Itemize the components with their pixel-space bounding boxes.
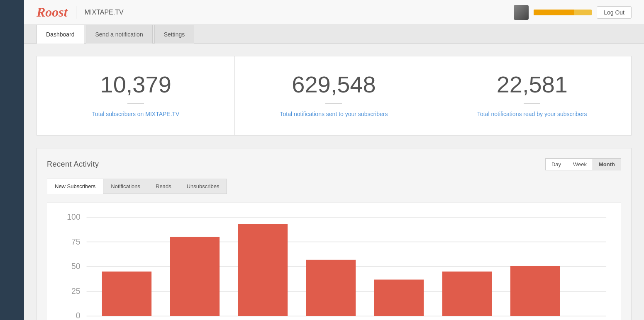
progress-bar xyxy=(534,10,592,15)
stat-card-reads: 22,581 Total notifications read by your … xyxy=(433,56,631,135)
header-right: Log Out xyxy=(514,5,632,20)
time-btn-month[interactable]: Month xyxy=(593,158,621,170)
bar-sunday xyxy=(442,272,492,316)
stat-number-subscribers: 10,379 xyxy=(49,73,222,96)
site-name: MIXTAPE.TV xyxy=(85,9,124,16)
svg-text:75: 75 xyxy=(71,237,80,246)
stat-label-reads: Total notifications read by your subscri… xyxy=(446,110,619,119)
sub-tab-unsubscribes[interactable]: Unsubscribes xyxy=(179,179,227,194)
stat-divider-3 xyxy=(524,103,540,104)
stat-number-notifications: 629,548 xyxy=(247,73,420,96)
sub-tab-notifications[interactable]: Notifications xyxy=(103,179,148,194)
header: Roost MIXTAPE.TV Log Out xyxy=(24,0,644,25)
tab-settings[interactable]: Settings xyxy=(154,25,195,44)
sub-tabs: New Subscribers Notifications Reads Unsu… xyxy=(47,179,621,194)
tab-dashboard[interactable]: Dashboard xyxy=(37,25,84,44)
content: 10,379 Total subscribers on MIXTAPE.TV 6… xyxy=(24,44,644,320)
svg-text:0: 0 xyxy=(76,311,80,320)
stat-number-reads: 22,581 xyxy=(446,73,619,96)
bar-wednesday xyxy=(170,237,220,316)
stat-card-subscribers: 10,379 Total subscribers on MIXTAPE.TV xyxy=(37,56,235,135)
header-left: Roost MIXTAPE.TV xyxy=(37,5,124,20)
sub-tab-reads[interactable]: Reads xyxy=(148,179,179,194)
svg-text:25: 25 xyxy=(71,286,80,295)
progress-bar-fill xyxy=(534,10,574,15)
activity-header: Recent Activity Day Week Month xyxy=(47,158,621,170)
bar-tuesday xyxy=(102,272,151,316)
stat-divider-2 xyxy=(325,103,342,104)
svg-text:100: 100 xyxy=(67,212,80,221)
header-divider xyxy=(76,6,76,19)
tab-send-notification[interactable]: Send a notification xyxy=(86,25,153,44)
main-content: Roost MIXTAPE.TV Log Out Dashboard Send … xyxy=(24,0,644,320)
stats-row: 10,379 Total subscribers on MIXTAPE.TV 6… xyxy=(37,56,632,136)
svg-text:50: 50 xyxy=(71,262,80,271)
sub-tab-new-subscribers[interactable]: New Subscribers xyxy=(47,179,103,194)
logout-button[interactable]: Log Out xyxy=(597,6,632,19)
bar-monday xyxy=(510,266,560,316)
stat-card-notifications: 629,548 Total notifications sent to your… xyxy=(235,56,433,135)
time-btn-day[interactable]: Day xyxy=(545,158,567,170)
stat-label-subscribers: Total subscribers on MIXTAPE.TV xyxy=(49,110,222,119)
avatar-image xyxy=(514,5,529,20)
logo: Roost xyxy=(37,5,68,20)
bar-chart: 100 75 50 25 0 Tuesday Wednesday Thursda… xyxy=(56,211,612,320)
activity-panel: Recent Activity Day Week Month New Subsc… xyxy=(37,148,632,320)
chart-area: 100 75 50 25 0 Tuesday Wednesday Thursda… xyxy=(47,202,621,320)
avatar xyxy=(514,5,529,20)
stat-divider-1 xyxy=(127,103,144,104)
bar-saturday xyxy=(374,279,424,316)
sidebar xyxy=(0,0,24,320)
stat-label-notifications: Total notifications sent to your subscri… xyxy=(247,110,420,119)
time-buttons: Day Week Month xyxy=(546,158,621,170)
activity-title: Recent Activity xyxy=(47,160,99,169)
bar-thursday xyxy=(238,224,288,316)
bar-friday xyxy=(306,259,356,316)
nav-tabs: Dashboard Send a notification Settings xyxy=(24,25,644,44)
time-btn-week[interactable]: Week xyxy=(567,158,593,170)
